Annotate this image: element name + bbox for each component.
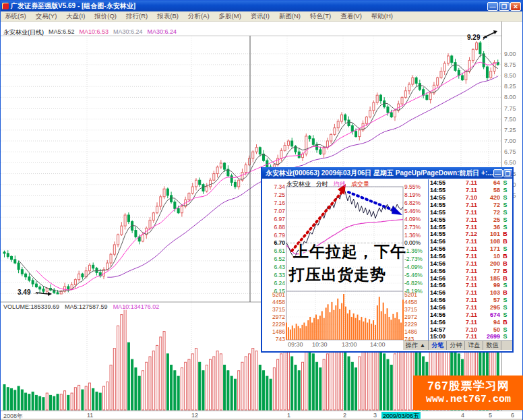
tick-volume: 99 [477,282,500,289]
close-button[interactable]: ✕ [510,2,521,11]
price-axis-tick: 6.50 [504,159,516,166]
tick-row[interactable]: 14:557.1172S [429,208,512,216]
tick-row[interactable]: 14:567.11185B [429,274,512,282]
menu-item-10[interactable]: 特色(T) [310,12,331,21]
tick-volume: 94 [477,319,500,326]
menu-item-11[interactable]: 查看(V) [340,12,362,21]
intraday-pct-tick: 8.19% [404,191,421,198]
tick-price: 7.11 [453,245,477,252]
tick-time: 14:56 [429,238,453,245]
tick-row[interactable]: 14:567.1157S [429,297,512,304]
tick-row[interactable]: 15:007.112699S [429,333,512,340]
intraday-vol-tick: 2972 [266,313,285,320]
menu-item-1[interactable]: 交易(Y) [36,12,57,21]
tick-price: 7.11 [453,297,477,303]
restore-button[interactable]: ❐ [499,2,510,11]
price-axis-tick: 7.50 [504,116,516,123]
ma10-value: MA10:6.53 [80,28,109,37]
tick-time: 14:55 [429,216,453,223]
menu-bar: 系统(S)交易(Y)大盘(I)报价(Q)排行(R)报表(B)分析(A)多股(M)… [1,11,522,22]
intraday-time-label: 14:00 [370,341,386,348]
intraday-tab-2[interactable]: 分钟 [447,341,465,350]
tick-price: 7.11 [453,289,477,296]
tick-price: 7.11 [453,187,477,193]
tick-time: 14:57 [429,326,453,333]
price-axis-tick: 8.50 [504,72,516,79]
menu-item-8[interactable]: 资讯(I) [251,12,270,21]
intraday-vol-tick: 743 [266,336,285,342]
tick-row[interactable]: 14:557.1172S [429,202,512,209]
intraday-restore-button[interactable]: ❐ [503,169,512,177]
intraday-tab-1[interactable]: 分笔 [429,341,447,350]
tick-by-tick-list[interactable]: 14:557.1164S14:557.1158S14:557.10420S14:… [428,179,512,340]
intraday-vol-tick: 5201 [266,291,285,298]
menu-item-5[interactable]: 报表(B) [157,12,179,21]
tick-row[interactable]: 14:567.11674S [429,311,512,318]
tick-price: 7.11 [453,224,477,231]
tick-time: 14:55 [429,202,453,208]
legend-volume[interactable]: 成交量 [351,180,369,189]
tick-row[interactable]: 14:557.1158S [429,187,512,194]
intraday-pct-tick: 9.55% [404,183,421,190]
tick-flag: B [500,231,510,237]
time-axis[interactable]: 2008年11121232009/03/06五456 [1,411,522,419]
ma5-value: MA5:6.52 [49,28,75,37]
intraday-price-tick: 7.25 [264,191,285,198]
tick-row[interactable]: 14:567.11108B [429,238,512,245]
tick-time: 14:56 [429,297,453,303]
tick-row[interactable]: 14:567.1177B [429,267,512,274]
intraday-vol-tick: 3715 [266,306,285,313]
intraday-minimize-button[interactable]: — [493,169,503,177]
price-axis-tick: 9.00 [504,51,516,57]
intraday-pct-tick: 0.00% [404,239,421,246]
annotation-line-2: 打压出货走势 [289,264,386,285]
intraday-tab-4[interactable]: 数值 [483,341,501,350]
legend-fenshi[interactable]: 分时 [316,180,328,189]
timeline-label: 6 [511,412,514,419]
price-axis-tick: 7.00 [504,138,516,144]
intraday-vol-tick: 4458 [404,299,417,305]
tick-row[interactable]: 14:557.12101B [429,231,512,238]
watermark-url: www.net767.com [413,394,523,405]
title-bar[interactable]: 广发证券至强版V5.69 - [组合图-永安林业] — ❐ ✕ [1,1,522,11]
tick-row[interactable]: 14:567.1199S [429,282,512,289]
intraday-vol-tick: 1486 [266,328,285,335]
tick-row[interactable]: 14:557.10420S [429,194,512,202]
tick-row[interactable]: 14:557.1125S [429,216,512,223]
tick-row[interactable]: 14:557.1164S [429,179,512,187]
menu-item-3[interactable]: 报价(Q) [94,12,117,21]
menu-item-6[interactable]: 分析(A) [188,12,210,21]
tick-row[interactable]: 14:577.1050S [429,326,512,333]
menu-item-9[interactable]: 新图(N) [279,12,301,21]
tick-price: 7.11 [453,260,477,267]
menu-item-12[interactable]: 帮助(H) [371,12,393,21]
tick-row[interactable]: 14:567.11103B [429,289,512,297]
intraday-price-tick: 6.33 [264,272,285,278]
tick-row[interactable]: 14:567.11200B [429,260,512,267]
menu-item-7[interactable]: 多股(M) [219,12,241,21]
menu-item-2[interactable]: 大盘(I) [66,12,85,21]
price-axis-tick: 7.25 [504,127,516,133]
legend-avg-line[interactable]: 均线 [334,180,346,189]
intraday-title-bar[interactable]: 永安林业(000663) 2009年03月06日 星期五 PageUp/Page… [262,167,512,179]
intraday-window-title: 永安林业(000663) 2009年03月06日 星期五 PageUp/Page… [266,169,493,178]
tick-row[interactable]: 14:557.1136S [429,223,512,231]
menu-item-4[interactable]: 排行(R) [126,12,148,21]
tick-row[interactable]: 14:567.11295S [429,304,512,311]
tick-row[interactable]: 14:567.11171S [429,245,512,253]
tick-row[interactable]: 14:567.1194B [429,318,512,326]
tick-flag: S [500,187,510,193]
tick-volume: 36 [477,224,500,231]
volume-ma5-value: MA5:127587.59 [65,303,108,310]
intraday-tab-3[interactable]: 详盘 [465,341,483,350]
tick-price: 7.11 [453,268,477,274]
tick-row[interactable]: 14:567.1110B [429,253,512,260]
tick-flag: B [500,253,510,260]
tick-volume: 108 [477,238,500,245]
app-icon [2,3,9,9]
tick-volume: 103 [477,289,500,296]
menu-item-0[interactable]: 系统(S) [5,12,26,21]
intraday-popup-window[interactable]: 永安林业(000663) 2009年03月06日 星期五 PageUp/Page… [261,167,514,353]
price-axis-tick: 7.75 [504,105,516,112]
minimize-button[interactable]: — [487,2,498,11]
